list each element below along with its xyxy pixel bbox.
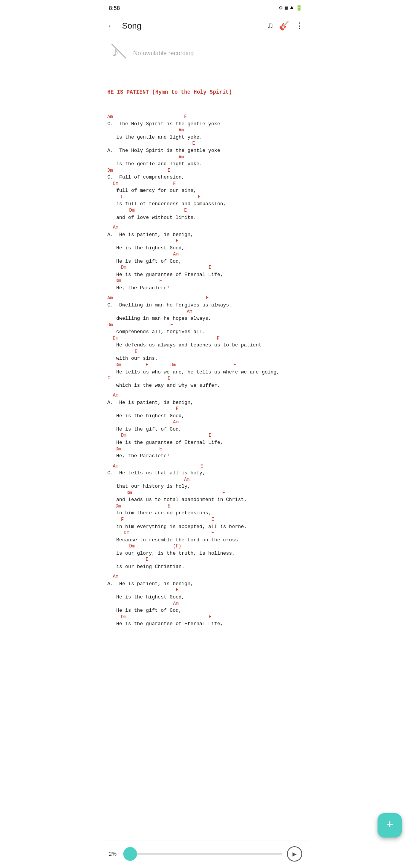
lyric-line: F E [107, 376, 304, 382]
lyric-line [107, 292, 304, 295]
lyric-line: is the gentle and light yoke. [107, 160, 304, 168]
lyric-line: Am [107, 225, 304, 231]
lyric-line: Am [107, 601, 304, 607]
guitar-icon[interactable]: 🎸 [279, 21, 289, 31]
status-time: 8:58 [109, 5, 120, 11]
lyric-line: He is the highest Good, [107, 412, 304, 420]
lyric-line: C. Dwelling in man he forgives us always… [107, 302, 304, 309]
lyric-line: is the gentle and light yoke. [107, 134, 304, 141]
lyric-line: He is the highest Good, [107, 244, 304, 252]
lyric-line: He is the gift of God, [107, 607, 304, 614]
lyric-line: Am [107, 252, 304, 258]
play-icon: ▶ [293, 850, 297, 858]
page-title: Song [119, 21, 264, 31]
lyric-line: Dm E [107, 181, 304, 187]
battery-icon: 🔋 [296, 5, 302, 11]
lyric-line: F E [107, 517, 304, 523]
lyric-line: Am [107, 155, 304, 161]
lyric-line: Dm E [107, 490, 304, 496]
lyric-line: Am [107, 309, 304, 315]
lyric-line: dwelling in man he hopes always, [107, 315, 304, 322]
lyric-line [107, 460, 304, 464]
lyric-line: is our being Christian. [107, 563, 304, 571]
lyric-line: Am E [107, 464, 304, 470]
lyric-line: E [107, 141, 304, 147]
lyric-line: Am [107, 574, 304, 580]
lyric-line [107, 570, 304, 574]
lyric-line: and of love without limits. [107, 214, 304, 222]
toolbar-actions: ♫ 🎸 ⋮ [268, 21, 304, 31]
no-recording-text: No available recording [133, 50, 194, 57]
status-bar: 8:58 ⚙ ▦ ▲ 🔋 [103, 0, 308, 15]
lyric-line: A. He is patient, is benign, [107, 580, 304, 588]
lyric-line: He defends us always and teaches us to b… [107, 341, 304, 349]
lyric-line: C. Full of comprehension, [107, 174, 304, 181]
lyric-line: Am E [107, 114, 304, 120]
bottom-bar: 2% ▶ [103, 841, 308, 868]
lyric-line: Dm E [107, 168, 304, 174]
lyric-line: Am [107, 128, 304, 134]
lyric-line: Am [107, 477, 304, 483]
slider-track [127, 853, 282, 855]
lyric-line: A. He is patient, is benign, [107, 231, 304, 239]
lyric-line: Dm E [107, 504, 304, 510]
lyric-line: Dm F [107, 336, 304, 342]
lyric-line: E [107, 238, 304, 244]
lyric-line: He, the Paraclete! [107, 452, 304, 460]
lyric-line: E [107, 557, 304, 563]
lyric-line: E [107, 349, 304, 355]
lyric-line: Am E [107, 295, 304, 302]
scroll-slider[interactable] [127, 847, 282, 861]
lyric-line: F E [107, 195, 304, 201]
lyric-line: Dm E [107, 530, 304, 536]
lyric-line: He is the gift of God, [107, 258, 304, 265]
lyric-line: is full of tenderness and compassion, [107, 200, 304, 208]
signal-icon: ▲ [290, 5, 293, 11]
lyric-line: Dm E [107, 447, 304, 453]
lyric-line: In him there are no pretensions, [107, 509, 304, 517]
lyric-line: He is the guarantee of Eternal Life, [107, 620, 304, 628]
no-music-icon: ♪ [110, 43, 127, 64]
play-button[interactable]: ▶ [287, 846, 302, 862]
back-button[interactable]: ← [107, 19, 116, 33]
lyric-line: He tells us who we are, he tells us wher… [107, 369, 304, 376]
music-note-icon[interactable]: ♫ [268, 21, 273, 31]
lyric-line: full of mercy for our sins, [107, 187, 304, 195]
lyric-line: Dm E [107, 208, 304, 214]
lyric-line: E [107, 406, 304, 412]
scroll-percent: 2% [109, 851, 123, 857]
lyric-line: in him everything is accepted, all is bo… [107, 523, 304, 531]
lyric-line: with our sins. [107, 355, 304, 362]
lyric-line: He, the Paraclete! [107, 284, 304, 292]
lyric-line: He is the gift of God, [107, 426, 304, 433]
lyric-line: Am [107, 393, 304, 399]
lyric-line: E [107, 587, 304, 594]
lyric-line: He is the guarantee of Eternal Life, [107, 439, 304, 447]
slider-thumb[interactable] [123, 847, 137, 861]
song-title: HE IS PATIENT (Hymn to the Holy Spirit) [107, 88, 304, 97]
lyric-line: Dm E [107, 433, 304, 439]
lyric-line: Dm E [107, 265, 304, 271]
lyric-line: Dm E [107, 278, 304, 284]
settings-icon: ⚙ [279, 5, 282, 11]
lyric-line [107, 389, 304, 393]
lyric-line: Dm (F) [107, 544, 304, 550]
lyric-line: Because to resemble the Lord on the cros… [107, 536, 304, 544]
lyric-line: Dm E [107, 614, 304, 621]
lyric-line: which is the way and why we suffer. [107, 382, 304, 389]
no-recording-banner: ♪ No available recording [103, 37, 308, 70]
toolbar: ← Song ♫ 🎸 ⋮ [103, 15, 308, 37]
lyric-line: He is the guarantee of Eternal Life, [107, 271, 304, 279]
status-icons: ⚙ ▦ ▲ 🔋 [279, 5, 302, 11]
song-content: HE IS PATIENT (Hymn to the Holy Spirit) … [103, 70, 308, 681]
song-lines: Am EC. The Holy Spirit is the gentle yok… [107, 114, 304, 627]
lyric-line: C. The Holy Spirit is the gentle yoke [107, 120, 304, 128]
lyric-line: He is the highest Good, [107, 594, 304, 601]
lyric-line: is our glory, is the truth, is holiness, [107, 550, 304, 557]
lyric-line: Dm E [107, 322, 304, 329]
lyric-line: and leads us to total abandonment in Chr… [107, 496, 304, 504]
more-options-icon[interactable]: ⋮ [295, 21, 304, 31]
lyric-line: A. He is patient, is benign, [107, 399, 304, 407]
lyric-line: A. The Holy Spirit is the gentle yoke [107, 147, 304, 155]
sim-icon: ▦ [285, 5, 288, 11]
